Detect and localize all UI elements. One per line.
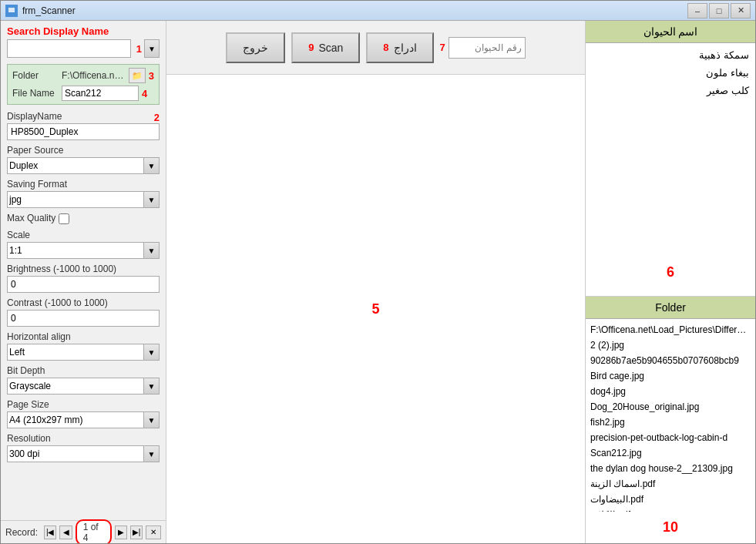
animal-num-input[interactable] — [449, 37, 526, 59]
num5-badge: 5 — [371, 301, 379, 317]
animal-header: اسم الحيوان — [586, 21, 755, 43]
title-bar: frm_Scanner – □ ✕ — [1, 1, 755, 21]
folder-section: Folder F:\Officena.net\Lo 📁 3 File Name … — [7, 64, 160, 105]
resolution-label: Resolution — [7, 433, 160, 444]
bit-depth-select[interactable]: GrayscaleColorBlack & White — [7, 378, 144, 395]
folder-path-item: F:\Officena.net\Load_Pictures\Different_… — [586, 322, 755, 337]
animal-num-badge: 7 — [440, 42, 445, 53]
saving-format-label: Saving Format — [7, 179, 160, 190]
contrast-label: Contrast (-1000 to 1000) — [7, 297, 160, 308]
resolution-arrow[interactable]: ▼ — [144, 445, 160, 462]
bit-depth-label: Bit Depth — [7, 365, 160, 376]
brightness-input[interactable] — [7, 276, 160, 293]
record-bar: Record: |◀ ◀ 1 of 4 ▶ ▶| ✕ — [1, 520, 166, 543]
maximize-button[interactable]: □ — [709, 3, 729, 18]
content-area: Search Display Name 1 ▼ Folder F:\Office… — [1, 21, 755, 543]
scan-button[interactable]: Scan 9 — [291, 32, 360, 63]
minimize-button[interactable]: – — [687, 3, 707, 18]
folder-label: Folder — [12, 70, 59, 81]
display-name-row: DisplayName 2 — [7, 111, 160, 140]
file-list-item[interactable]: البيضاوات.pdf — [586, 492, 755, 507]
horizontal-align-arrow[interactable]: ▼ — [144, 344, 160, 361]
display-name-input[interactable] — [7, 123, 160, 140]
page-size-select[interactable]: A4 (210x297 mm)A3Letter — [7, 411, 144, 428]
window-controls: – □ ✕ — [687, 3, 751, 18]
file-list: F:\Officena.net\Load_Pictures\Different_… — [586, 319, 755, 512]
folder-browse-btn[interactable]: 📁 — [129, 68, 146, 83]
horizontal-align-select[interactable]: LeftCenterRight — [7, 344, 144, 361]
num1-badge: 1 — [136, 43, 142, 55]
main-window: frm_Scanner – □ ✕ Search Display Name 1 … — [0, 0, 756, 544]
record-label: Record: — [5, 527, 38, 538]
file-list-item[interactable]: Dog_20House_original.jpg — [586, 399, 755, 415]
page-size-arrow[interactable]: ▼ — [144, 411, 160, 428]
search-dropdown-btn[interactable]: ▼ — [144, 39, 160, 58]
close-button[interactable]: ✕ — [731, 3, 751, 18]
scale-arrow[interactable]: ▼ — [144, 242, 160, 259]
paper-source-row: Paper Source DuplexFlatbedADF ▼ — [7, 145, 160, 174]
brightness-row: Brightness (-1000 to 1000) — [7, 264, 160, 293]
scan-area: 5 — [166, 75, 585, 543]
page-size-row: Page Size A4 (210x297 mm)A3Letter ▼ — [7, 399, 160, 428]
resolution-row: Resolution 300 dpi150 dpi600 dpi ▼ — [7, 433, 160, 462]
file-list-item[interactable]: 90286b7ae5b904655b0707608bcb9 — [586, 353, 755, 368]
max-quality-row: Max Quality — [7, 213, 160, 225]
record-prev-btn[interactable]: ◀ — [59, 526, 72, 539]
num4-badge: 4 — [142, 88, 147, 99]
filename-label: File Name — [12, 88, 59, 99]
file-list-item[interactable]: precision-pet-outback-log-cabin-d — [586, 430, 755, 445]
insert-button[interactable]: ادراج 8 — [366, 32, 433, 63]
animal-list-item[interactable]: ببغاء ملون — [586, 64, 755, 82]
file-list-item[interactable]: Bird cage.jpg — [586, 368, 755, 384]
form-section: DisplayName 2 Paper Source DuplexFlatbed… — [1, 108, 166, 520]
bit-depth-row: Bit Depth GrayscaleColorBlack & White ▼ — [7, 365, 160, 395]
saving-format-row: Saving Format jpgpngpdftiff ▼ — [7, 179, 160, 208]
record-last-btn[interactable]: ▶| — [130, 526, 143, 539]
display-name-label: DisplayName — [7, 111, 62, 122]
top-toolbar: خروج Scan 9 ادراج 8 7 — [166, 21, 585, 75]
saving-format-select[interactable]: jpgpngpdftiff — [7, 191, 144, 208]
record-info: 1 of 4 — [76, 519, 112, 544]
scale-row: Scale 1:11:22:1 ▼ — [7, 230, 160, 259]
contrast-row: Contrast (-1000 to 1000) — [7, 297, 160, 327]
window-title: frm_Scanner — [22, 5, 687, 16]
file-list-item[interactable]: the dylan dog house-2__21309.jpg — [586, 461, 755, 476]
animal-list-item[interactable]: سمكة ذهبية — [586, 46, 755, 64]
search-input[interactable] — [7, 39, 131, 58]
max-quality-label: Max Quality — [7, 213, 55, 223]
right-panel: اسم الحيوان سمكة ذهبيةببغاء ملونكلب صغير… — [586, 21, 755, 543]
num3-badge: 3 — [149, 70, 154, 82]
record-first-btn[interactable]: |◀ — [44, 526, 56, 539]
left-panel: Search Display Name 1 ▼ Folder F:\Office… — [1, 21, 166, 543]
horizontal-align-row: Horizontal align LeftCenterRight ▼ — [7, 331, 160, 361]
file-list-item[interactable]: اسماك الزينة.pdf — [586, 476, 755, 492]
exit-button[interactable]: خروج — [226, 32, 285, 63]
app-icon — [5, 5, 18, 17]
bit-depth-arrow[interactable]: ▼ — [144, 378, 160, 395]
file-list-item[interactable]: 2 (2).jpg — [586, 337, 755, 353]
paper-source-arrow[interactable]: ▼ — [144, 157, 160, 174]
file-list-item[interactable]: Scan212.jpg — [586, 445, 755, 461]
page-size-label: Page Size — [7, 399, 160, 410]
resolution-select[interactable]: 300 dpi150 dpi600 dpi — [7, 445, 144, 462]
record-next-btn[interactable]: ▶ — [115, 526, 127, 539]
filename-input[interactable] — [62, 86, 139, 101]
search-label: Search Display Name — [7, 25, 109, 37]
scale-select[interactable]: 1:11:22:1 — [7, 242, 144, 259]
animal-section: اسم الحيوان سمكة ذهبيةببغاء ملونكلب صغير… — [586, 21, 755, 297]
file-list-item[interactable]: fish2.jpg — [586, 415, 755, 430]
folder-list-section: Folder F:\Officena.net\Load_Pictures\Dif… — [586, 297, 755, 543]
contrast-input[interactable] — [7, 310, 160, 327]
folder-list-header: Folder — [586, 297, 755, 319]
num10-badge: 10 — [586, 512, 755, 543]
num2-badge: 2 — [154, 112, 160, 123]
paper-source-select[interactable]: DuplexFlatbedADF — [7, 157, 144, 174]
svg-rect-1 — [8, 8, 15, 12]
animal-list-item[interactable]: كلب صغير — [586, 82, 755, 99]
horizontal-align-label: Horizontal align — [7, 331, 160, 342]
saving-format-arrow[interactable]: ▼ — [144, 191, 160, 208]
file-list-item[interactable]: dog4.jpg — [586, 384, 755, 399]
record-delete-btn[interactable]: ✕ — [146, 526, 161, 539]
max-quality-checkbox[interactable] — [59, 213, 69, 224]
brightness-label: Brightness (-1000 to 1000) — [7, 264, 160, 274]
